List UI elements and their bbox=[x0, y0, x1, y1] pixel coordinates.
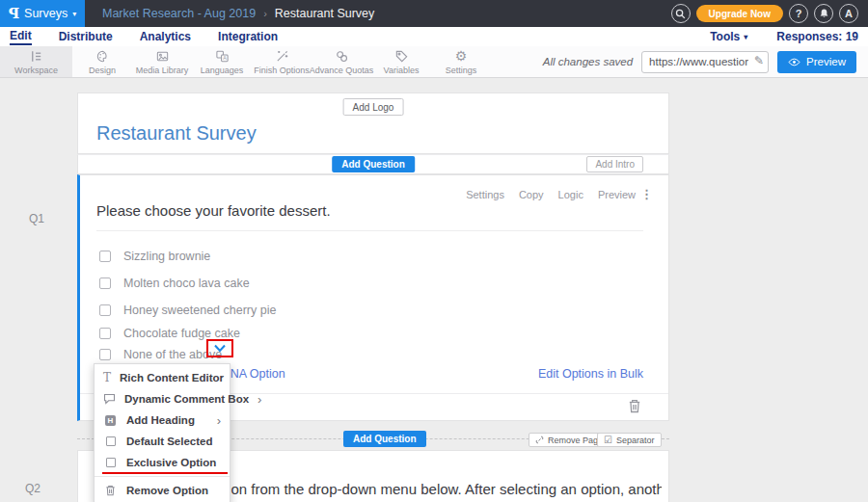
breadcrumb-workspace-link[interactable]: Market Research - Aug 2019 bbox=[102, 7, 256, 20]
toolbar-advance-quotas[interactable]: Advance Quotas bbox=[312, 46, 371, 77]
comment-icon bbox=[103, 393, 116, 405]
answer-option-row: None of the above bbox=[99, 348, 222, 361]
add-question-button-bottom[interactable]: Add Question bbox=[343, 431, 426, 447]
translate-icon: A bbox=[215, 49, 230, 64]
tools-menu[interactable]: Tools▾ bbox=[710, 30, 747, 43]
option-checkbox[interactable] bbox=[99, 251, 111, 262]
toolbar-settings[interactable]: ⚙ Settings bbox=[431, 46, 491, 77]
menu-item-dynamic-comment-box[interactable]: Dynamic Comment Box › bbox=[95, 388, 230, 410]
breadcrumb-survey-name: Restaurant Survey bbox=[275, 7, 375, 20]
toolbar-design[interactable]: Design bbox=[72, 46, 132, 77]
question-copy-link[interactable]: Copy bbox=[519, 189, 544, 200]
answer-option-row: Chocolate fudge cake bbox=[99, 327, 240, 340]
option-label[interactable]: Molten choco lava cake bbox=[123, 277, 250, 290]
preview-button[interactable]: Preview bbox=[777, 51, 856, 73]
answer-option-row: Sizzling brownie bbox=[99, 250, 210, 263]
answer-option-row: Molten choco lava cake bbox=[99, 277, 250, 290]
tag-icon bbox=[394, 49, 409, 64]
top-bar: P Surveys ▾ Market Research - Aug 2019 ›… bbox=[0, 0, 868, 27]
survey-url-wrap: ✎ bbox=[641, 51, 769, 73]
annotation-red-box bbox=[206, 339, 233, 357]
question-mark-icon: ? bbox=[796, 8, 802, 19]
question-settings-link[interactable]: Settings bbox=[466, 189, 504, 200]
heading-icon: H bbox=[105, 415, 116, 426]
annotation-red-underline bbox=[102, 472, 228, 474]
question-text[interactable]: Please choose your favorite dessert. bbox=[96, 202, 331, 219]
links-icon bbox=[335, 49, 349, 64]
questionpro-logo-icon: P bbox=[9, 5, 19, 22]
trash-icon bbox=[628, 399, 641, 413]
add-question-button[interactable]: Add Question bbox=[332, 156, 415, 172]
trash-icon bbox=[103, 485, 118, 496]
surveys-menu-label: Surveys bbox=[24, 7, 68, 20]
menu-item-remove-option[interactable]: Remove Option bbox=[95, 480, 230, 501]
breadcrumb-separator: › bbox=[263, 8, 267, 19]
toolbar-media-library[interactable]: Media Library bbox=[132, 46, 192, 77]
tab-distribute[interactable]: Distribute bbox=[59, 30, 113, 44]
tab-analytics[interactable]: Analytics bbox=[140, 30, 191, 44]
image-icon bbox=[155, 49, 170, 64]
toolbar-variables[interactable]: Variables bbox=[371, 46, 431, 77]
avatar-initial: A bbox=[845, 8, 853, 19]
edit-url-icon[interactable]: ✎ bbox=[754, 54, 764, 67]
survey-header-card: Add Logo Restaurant Survey bbox=[77, 92, 669, 154]
question-actions: Settings Copy Logic Preview bbox=[466, 189, 636, 200]
search-button[interactable] bbox=[671, 4, 691, 23]
upgrade-now-button[interactable]: Upgrade Now bbox=[696, 5, 783, 22]
checkbox-icon bbox=[106, 458, 116, 467]
menu-item-exclusive-option[interactable]: Exclusive Option bbox=[95, 452, 230, 473]
survey-title[interactable]: Restaurant Survey bbox=[96, 122, 257, 145]
palette-icon bbox=[95, 49, 110, 64]
option-menu-chevron-icon[interactable] bbox=[213, 344, 227, 353]
caret-down-icon: ▾ bbox=[744, 33, 747, 41]
bell-icon bbox=[819, 8, 829, 19]
menu-divider bbox=[95, 476, 230, 477]
option-checkbox[interactable] bbox=[99, 304, 111, 316]
option-label[interactable]: Chocolate fudge cake bbox=[123, 327, 240, 340]
question-text-underline bbox=[96, 230, 643, 231]
question-2-label: Q2 bbox=[25, 482, 41, 495]
main-nav: Edit Distribute Analytics Integration To… bbox=[0, 27, 868, 46]
responses-link[interactable]: Responses: 19 bbox=[776, 30, 858, 43]
checked-box-icon: ☑ bbox=[604, 435, 612, 445]
nav-right: Tools▾ Responses: 19 bbox=[710, 30, 858, 43]
answer-option-row: Honey sweetened cherry pie bbox=[99, 304, 276, 317]
checkbox-icon bbox=[106, 436, 116, 446]
question-preview-link[interactable]: Preview bbox=[598, 189, 636, 200]
unlink-icon bbox=[535, 436, 544, 444]
wand-icon bbox=[275, 49, 289, 64]
option-label[interactable]: Honey sweetened cherry pie bbox=[123, 304, 276, 317]
editor-toolbar: Workspace Design Media Library A Languag… bbox=[0, 46, 868, 78]
questionpro-survey-editor: P Surveys ▾ Market Research - Aug 2019 ›… bbox=[0, 0, 868, 502]
submenu-chevron-icon: › bbox=[217, 414, 221, 427]
option-checkbox[interactable] bbox=[99, 349, 111, 360]
menu-item-add-heading[interactable]: H Add Heading › bbox=[95, 410, 230, 431]
option-checkbox[interactable] bbox=[99, 328, 111, 339]
eye-icon bbox=[788, 58, 800, 66]
caret-down-icon: ▾ bbox=[72, 10, 76, 18]
notifications-button[interactable] bbox=[814, 4, 833, 23]
toolbar-languages[interactable]: A Languages bbox=[192, 46, 252, 77]
question-logic-link[interactable]: Logic bbox=[558, 189, 583, 200]
save-status: All changes saved bbox=[543, 56, 633, 67]
tab-edit[interactable]: Edit bbox=[10, 29, 32, 45]
add-question-bar: Add Question Add Intro bbox=[77, 154, 669, 174]
more-options-icon[interactable]: ⋮ bbox=[640, 187, 653, 201]
menu-item-default-selected[interactable]: Default Selected bbox=[95, 431, 230, 452]
survey-url-input[interactable] bbox=[641, 51, 769, 73]
avatar-button[interactable]: A bbox=[839, 4, 858, 23]
tab-integration[interactable]: Integration bbox=[218, 30, 278, 44]
edit-options-in-bulk-link[interactable]: Edit Options in Bulk bbox=[538, 367, 643, 381]
separator-button[interactable]: ☑ Separator bbox=[597, 433, 662, 447]
delete-question-button[interactable] bbox=[628, 399, 641, 417]
surveys-product-menu[interactable]: P Surveys ▾ bbox=[0, 0, 85, 27]
add-logo-button[interactable]: Add Logo bbox=[343, 98, 404, 116]
help-button[interactable]: ? bbox=[789, 4, 808, 23]
option-label[interactable]: Sizzling brownie bbox=[123, 250, 210, 263]
add-intro-button[interactable]: Add Intro bbox=[586, 156, 643, 172]
menu-item-rich-content-editor[interactable]: T Rich Content Editor bbox=[95, 367, 230, 388]
question-1-label: Q1 bbox=[29, 212, 44, 225]
toolbar-finish-options[interactable]: Finish Options bbox=[252, 46, 312, 77]
toolbar-workspace[interactable]: Workspace bbox=[0, 46, 72, 77]
option-checkbox[interactable] bbox=[99, 277, 111, 289]
